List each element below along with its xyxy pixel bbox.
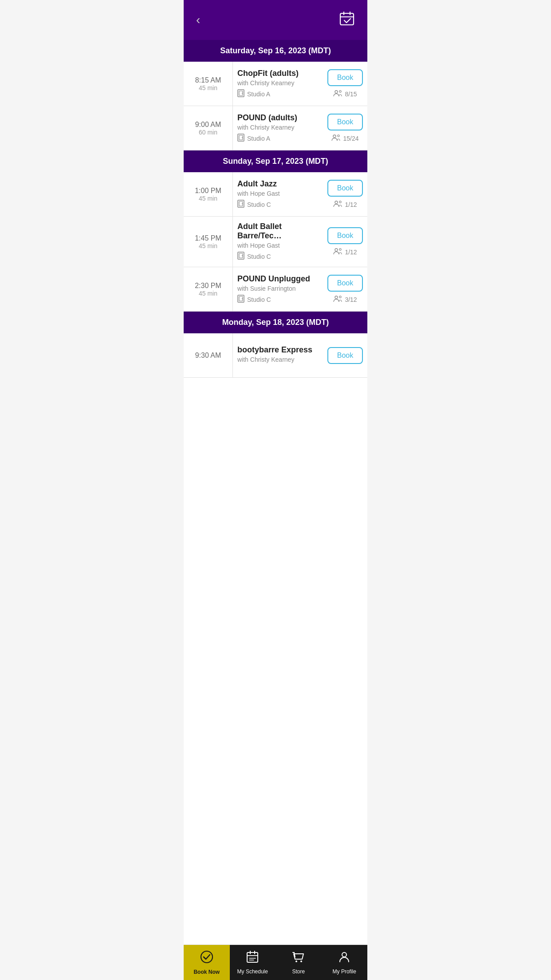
- svg-point-29: [201, 951, 213, 963]
- book-button[interactable]: Book: [327, 347, 363, 364]
- class-start-time: 2:30 PM: [195, 282, 221, 290]
- class-action: Book 3/12: [323, 267, 367, 311]
- svg-point-18: [339, 201, 341, 202]
- svg-rect-0: [340, 13, 354, 25]
- class-name: POUND Unplugged: [237, 274, 319, 284]
- class-instructor: with Susie Farrington: [237, 285, 319, 292]
- class-time: 2:30 PM 45 min: [184, 267, 232, 311]
- main-content: Saturday, Sep 16, 2023 (MDT) 8:15 AM 45 …: [184, 40, 367, 944]
- book-button[interactable]: Book: [327, 114, 363, 130]
- nav-item-book-now[interactable]: Book Now: [184, 945, 230, 980]
- class-action: Book 8/15: [323, 62, 367, 106]
- capacity-info: 3/12: [333, 295, 357, 304]
- book-button[interactable]: Book: [327, 227, 363, 244]
- class-action: Book 1/12: [323, 217, 367, 267]
- book-button[interactable]: Book: [327, 69, 363, 86]
- class-start-time: 9:30 AM: [195, 352, 221, 360]
- people-icon: [333, 90, 343, 99]
- class-info: Adult Jazz with Hope Gast Studio C: [233, 172, 323, 216]
- capacity-value: 8/15: [345, 91, 357, 98]
- class-info: POUND Unplugged with Susie Farrington St…: [233, 267, 323, 311]
- class-instructor: with Christy Kearney: [237, 79, 319, 87]
- svg-point-27: [335, 296, 338, 299]
- class-name: ChopFit (adults): [237, 69, 319, 78]
- class-time: 9:30 AM: [184, 333, 232, 377]
- class-name: POUND (adults): [237, 113, 319, 122]
- my-schedule-label: My Schedule: [237, 968, 268, 975]
- svg-point-23: [339, 248, 341, 250]
- nav-item-my-profile[interactable]: My Profile: [322, 945, 368, 980]
- nav-item-store[interactable]: Store: [276, 945, 322, 980]
- svg-point-37: [300, 960, 302, 962]
- class-time: 8:15 AM 45 min: [184, 62, 232, 106]
- class-row: 1:00 PM 45 min Adult Jazz with Hope Gast…: [184, 172, 367, 217]
- studio-door-icon: [237, 295, 244, 304]
- svg-point-21: [242, 255, 243, 256]
- capacity-info: 1/12: [333, 248, 357, 257]
- svg-point-36: [295, 960, 297, 962]
- store-icon: [292, 950, 305, 967]
- svg-point-26: [242, 298, 243, 299]
- capacity-info: 15/24: [331, 134, 358, 143]
- class-info: Adult Ballet Barre/Tec… with Hope Gast S…: [233, 217, 323, 267]
- class-duration: 45 min: [199, 290, 217, 297]
- svg-point-28: [339, 296, 341, 297]
- book-now-label: Book Now: [193, 969, 220, 975]
- class-time: 9:00 AM 60 min: [184, 106, 232, 150]
- bottom-navigation: Book Now My Schedule Store My Profile: [184, 944, 367, 980]
- class-row: 2:30 PM 45 min POUND Unplugged with Susi…: [184, 267, 367, 312]
- class-action: Book 15/24: [323, 106, 367, 150]
- calendar-icon[interactable]: [335, 9, 358, 32]
- book-button[interactable]: Book: [327, 180, 363, 197]
- capacity-value: 1/12: [345, 249, 357, 256]
- class-duration: 45 min: [199, 84, 217, 91]
- class-studio-row: Studio C: [237, 200, 319, 209]
- class-row: 8:15 AM 45 min ChopFit (adults) with Chr…: [184, 62, 367, 106]
- svg-point-12: [333, 135, 336, 138]
- class-duration: 45 min: [199, 195, 217, 202]
- date-header-0: Saturday, Sep 16, 2023 (MDT): [184, 40, 367, 62]
- class-name: Adult Jazz: [237, 179, 319, 189]
- class-studio-name: Studio C: [247, 201, 271, 208]
- class-start-time: 1:00 PM: [195, 187, 221, 195]
- class-action: Book 1/12: [323, 172, 367, 216]
- people-icon: [333, 248, 343, 257]
- svg-rect-14: [238, 200, 244, 207]
- svg-point-11: [242, 137, 243, 138]
- class-action: Book: [323, 333, 367, 377]
- class-info: ChopFit (adults) with Christy Kearney St…: [233, 62, 323, 106]
- svg-point-6: [242, 93, 243, 94]
- class-info: bootybarre Express with Christy Kearney: [233, 333, 323, 377]
- svg-point-13: [338, 134, 339, 136]
- class-time: 1:45 PM 45 min: [184, 217, 232, 267]
- class-instructor: with Christy Kearney: [237, 356, 319, 363]
- class-studio-name: Studio A: [247, 135, 270, 142]
- book-button[interactable]: Book: [327, 275, 363, 292]
- my-profile-icon: [338, 950, 351, 967]
- people-icon: [333, 200, 343, 209]
- class-instructor: with Hope Gast: [237, 190, 319, 197]
- class-instructor: with Christy Kearney: [237, 124, 319, 131]
- svg-rect-4: [238, 90, 244, 97]
- people-icon: [331, 134, 341, 143]
- class-duration: 45 min: [199, 242, 217, 249]
- class-start-time: 8:15 AM: [195, 76, 221, 84]
- capacity-info: 8/15: [333, 90, 357, 99]
- svg-rect-9: [238, 134, 244, 141]
- class-studio-row: Studio C: [237, 252, 319, 261]
- class-studio-name: Studio C: [247, 296, 271, 303]
- svg-point-16: [242, 203, 243, 204]
- class-instructor: with Hope Gast: [237, 242, 319, 249]
- people-icon: [333, 295, 343, 304]
- class-studio-name: Studio A: [247, 91, 270, 98]
- class-start-time: 9:00 AM: [195, 121, 221, 129]
- svg-point-8: [339, 90, 341, 92]
- svg-point-22: [335, 249, 338, 251]
- back-button[interactable]: ‹: [193, 11, 204, 29]
- studio-door-icon: [237, 89, 244, 99]
- my-profile-label: My Profile: [333, 968, 356, 975]
- class-duration: 60 min: [199, 129, 217, 136]
- studio-door-icon: [237, 252, 244, 261]
- class-time: 1:00 PM 45 min: [184, 172, 232, 216]
- nav-item-my-schedule[interactable]: My Schedule: [230, 945, 276, 980]
